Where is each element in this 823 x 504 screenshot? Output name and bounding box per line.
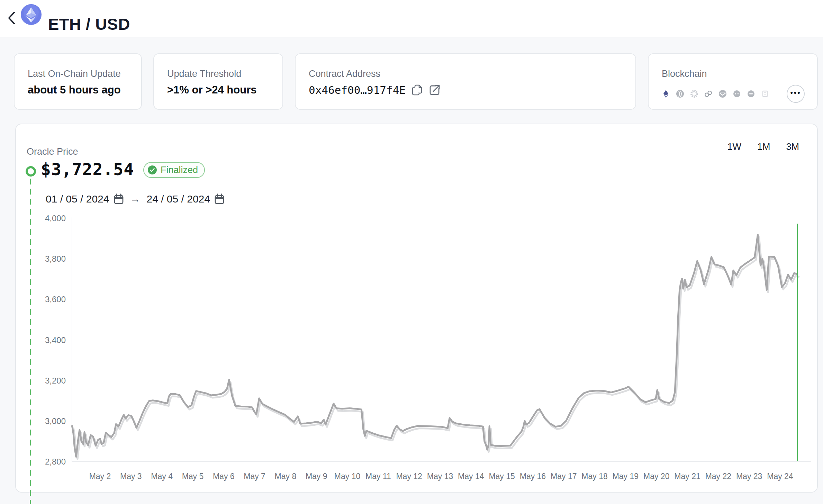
date-from-picker[interactable]: 01 / 05 / 2024 [46, 193, 124, 205]
scroll-icon[interactable] [761, 90, 769, 98]
y-tick-label: 2,800 [24, 457, 66, 467]
dash-circle-icon[interactable] [747, 90, 755, 98]
date-range-row: 01 / 05 / 2024 → 24 / 05 / 2024 [46, 191, 225, 207]
y-tick-label: 3,400 [24, 335, 66, 345]
ethereum-icon[interactable] [662, 90, 670, 98]
threshold-value: >1% or >24 hours [167, 84, 256, 96]
oracle-price-label: Oracle Price [27, 146, 78, 157]
date-from-value: 01 / 05 / 2024 [46, 193, 109, 205]
contract-address-value: 0x46ef00…917f4E [309, 84, 406, 96]
link-icon[interactable] [704, 90, 713, 98]
page-title: ETH / USD [48, 15, 130, 34]
card-label: Update Threshold [167, 69, 241, 79]
range-1w-button[interactable]: 1W [727, 142, 741, 152]
card-label: Last On-Chain Update [28, 69, 121, 79]
external-link-icon [428, 84, 441, 96]
blockchain-icons-row [662, 90, 769, 98]
x-tick-label: May 24 [759, 472, 801, 481]
status-badge-label: Finalized [161, 165, 198, 176]
oracle-price-value: $3,722.54 [41, 160, 134, 179]
y-tick-label: 4,000 [24, 214, 66, 223]
page-header: ETH / USD [0, 0, 823, 37]
card-last-onchain-update: Last On-Chain Update about 5 hours ago [14, 53, 142, 110]
card-contract-address: Contract Address 0x46ef00…917f4E [295, 53, 636, 110]
coin-icon[interactable] [676, 90, 684, 98]
y-tick-label: 3,800 [24, 254, 66, 264]
back-button[interactable] [5, 10, 19, 26]
date-to-picker[interactable]: 24 / 05 / 2024 [147, 193, 225, 205]
arrow-right-icon: → [130, 193, 141, 205]
check-circle-icon [147, 165, 157, 175]
y-tick-label: 3,200 [24, 376, 66, 386]
dots-circle-icon[interactable] [733, 90, 741, 98]
calendar-icon [214, 194, 225, 205]
range-1m-button[interactable]: 1M [757, 142, 770, 152]
price-marker-ring [26, 166, 36, 177]
globe-icon[interactable] [718, 90, 727, 98]
y-tick-label: 3,000 [24, 416, 66, 426]
last-update-value: about 5 hours ago [28, 84, 121, 96]
card-update-threshold: Update Threshold >1% or >24 hours [153, 53, 283, 110]
calendar-icon [114, 194, 124, 205]
copy-address-button[interactable] [411, 84, 423, 96]
sunburst-icon[interactable] [690, 90, 698, 98]
eth-logo-icon [21, 4, 42, 25]
chevron-left-icon [6, 10, 18, 26]
time-range-buttons: 1W 1M 3M [727, 142, 799, 152]
date-to-value: 24 / 05 / 2024 [147, 193, 210, 205]
status-badge: Finalized [143, 162, 205, 178]
view-on-explorer-button[interactable] [428, 84, 441, 96]
card-label: Contract Address [309, 69, 380, 79]
copy-icon [411, 84, 423, 96]
card-label: Blockchain [662, 69, 707, 79]
oracle-price-panel: Oracle Price $3,722.54 Finalized 01 / 05… [15, 124, 818, 493]
card-blockchain: Blockchain ••• [648, 53, 818, 110]
range-3m-button[interactable]: 3M [786, 142, 799, 152]
y-tick-label: 3,600 [24, 295, 66, 304]
more-blockchains-button[interactable]: ••• [787, 85, 805, 103]
